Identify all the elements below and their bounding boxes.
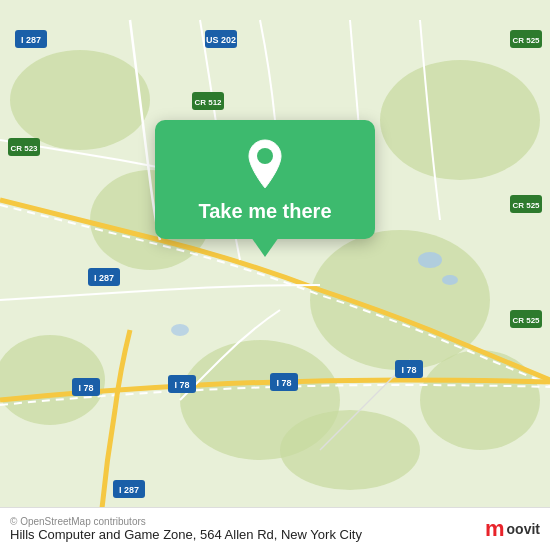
svg-point-7	[420, 350, 540, 450]
svg-text:CR 512: CR 512	[194, 98, 222, 107]
svg-point-10	[442, 275, 458, 285]
svg-text:CR 525: CR 525	[512, 36, 540, 45]
map-background: I 287 US 202 CR 525 CR 523 CR 512 I 287 …	[0, 0, 550, 550]
svg-text:CR 525: CR 525	[512, 201, 540, 210]
svg-text:I 78: I 78	[401, 365, 416, 375]
svg-text:I 287: I 287	[94, 273, 114, 283]
osm-attribution: © OpenStreetMap contributors	[10, 516, 362, 527]
bottom-bar: © OpenStreetMap contributors Hills Compu…	[0, 507, 550, 550]
map-container: I 287 US 202 CR 525 CR 523 CR 512 I 287 …	[0, 0, 550, 550]
svg-point-2	[380, 60, 540, 180]
svg-text:I 287: I 287	[21, 35, 41, 45]
svg-point-12	[171, 324, 189, 336]
svg-text:I 287: I 287	[119, 485, 139, 495]
svg-text:US 202: US 202	[206, 35, 236, 45]
moovit-text: oovit	[507, 521, 540, 537]
svg-point-1	[10, 50, 150, 150]
svg-point-8	[280, 410, 420, 490]
location-pin-icon	[243, 138, 287, 190]
moovit-m-letter: m	[485, 516, 505, 542]
moovit-logo: m oovit	[485, 516, 540, 542]
take-me-there-card[interactable]: Take me there	[155, 120, 375, 239]
bottom-left: © OpenStreetMap contributors Hills Compu…	[10, 516, 362, 542]
svg-text:I 78: I 78	[276, 378, 291, 388]
svg-point-41	[257, 148, 273, 164]
svg-text:I 78: I 78	[174, 380, 189, 390]
place-name: Hills Computer and Game Zone, 564 Allen …	[10, 527, 362, 542]
svg-point-9	[418, 252, 442, 268]
svg-text:CR 523: CR 523	[10, 144, 38, 153]
svg-text:CR 525: CR 525	[512, 316, 540, 325]
svg-text:I 78: I 78	[78, 383, 93, 393]
take-me-there-label: Take me there	[198, 200, 331, 223]
